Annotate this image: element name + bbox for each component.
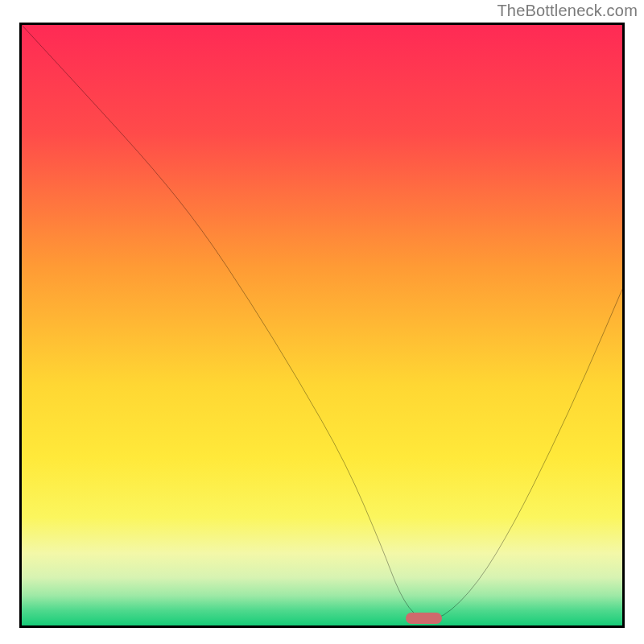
bottleneck-curve: [22, 25, 622, 625]
chart-container: TheBottleneck.com: [0, 0, 644, 644]
minimum-marker-pill: [406, 613, 442, 624]
plot-area: [19, 23, 625, 628]
attribution-label: TheBottleneck.com: [497, 2, 638, 20]
